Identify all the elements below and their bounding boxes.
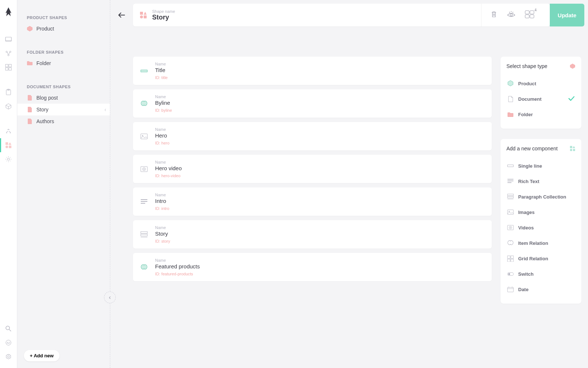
option-label: Grid Relation bbox=[518, 256, 548, 261]
chevron-left-icon: ‹ bbox=[104, 107, 106, 112]
svg-rect-63 bbox=[508, 256, 510, 258]
component-card[interactable]: Name Intro ID: intro bbox=[133, 187, 492, 216]
right-column: Select shape type Product Document Folde… bbox=[501, 57, 581, 368]
shape-type-option-product[interactable]: Product bbox=[506, 76, 576, 91]
icon-rail: AZ bbox=[0, 0, 17, 368]
add-component-option-videos[interactable]: Videos bbox=[506, 220, 576, 235]
document-icon bbox=[27, 95, 33, 101]
component-card[interactable]: Name Story ID: story bbox=[133, 220, 492, 249]
option-label: Date bbox=[518, 287, 528, 292]
back-button[interactable] bbox=[110, 0, 133, 30]
component-card[interactable]: Name Hero ID: hero bbox=[133, 122, 492, 150]
svg-rect-36 bbox=[141, 134, 147, 139]
title-card: Shape name Story 4 bbox=[133, 4, 550, 26]
sidebar-item-authors[interactable]: Authors bbox=[17, 115, 110, 127]
sidebar-item-label: Story bbox=[36, 107, 49, 112]
rail-catalog[interactable] bbox=[0, 32, 17, 46]
add-new-button[interactable]: + Add new bbox=[24, 350, 60, 361]
document-icon bbox=[27, 107, 33, 112]
add-component-option-rich-text[interactable]: Rich Text bbox=[506, 174, 576, 189]
sidebar-item-blog-post[interactable]: Blog post bbox=[17, 92, 110, 104]
component-name: Byline bbox=[155, 100, 172, 106]
component-card[interactable]: Name Byline ID: byline bbox=[133, 89, 492, 118]
rail-search[interactable] bbox=[0, 322, 17, 336]
svg-point-2 bbox=[6, 51, 7, 53]
shape-type-option-document[interactable]: Document bbox=[506, 91, 576, 107]
component-card[interactable]: Name Featured products ID: featured-prod… bbox=[133, 253, 492, 281]
collapse-sidebar-button[interactable]: ‹ bbox=[104, 292, 116, 303]
rail-graph[interactable] bbox=[0, 46, 17, 60]
paragraph-collection-icon bbox=[507, 193, 514, 200]
relation-icon bbox=[507, 240, 514, 246]
translations-count: 4 bbox=[534, 8, 537, 12]
images-icon bbox=[140, 132, 148, 141]
svg-point-59 bbox=[509, 211, 510, 212]
component-eyebrow: Name bbox=[155, 160, 182, 164]
add-component-option-relation[interactable]: Item Relation bbox=[506, 235, 576, 251]
single-line-icon bbox=[507, 162, 514, 169]
document-icon bbox=[507, 96, 514, 102]
component-name: Intro bbox=[155, 198, 169, 204]
svg-rect-45 bbox=[141, 234, 147, 236]
component-id: ID: hero bbox=[155, 141, 169, 145]
component-card[interactable]: Name Hero video ID: hero-video bbox=[133, 155, 492, 183]
update-button[interactable]: Update bbox=[550, 4, 584, 26]
sidebar-section-folder-shapes: FOLDER SHAPES bbox=[17, 46, 110, 57]
rail-webhook[interactable] bbox=[0, 124, 17, 138]
svg-rect-32 bbox=[530, 11, 534, 14]
sidebar-item-folder[interactable]: Folder bbox=[17, 57, 110, 69]
svg-rect-56 bbox=[508, 196, 513, 198]
add-component-option-paragraph-collection[interactable]: Paragraph Collection bbox=[506, 189, 576, 204]
grid-relation-icon bbox=[507, 255, 514, 262]
rich-text-icon bbox=[140, 197, 148, 206]
svg-point-14 bbox=[10, 132, 11, 133]
preview-button[interactable] bbox=[507, 11, 515, 19]
add-component-option-single-line[interactable]: Single line bbox=[506, 158, 576, 174]
option-label: Single line bbox=[518, 163, 542, 169]
rail-clipboard[interactable] bbox=[0, 85, 17, 99]
panel-title: Select shape type bbox=[506, 63, 547, 69]
add-component-option-date[interactable]: Date bbox=[506, 282, 576, 297]
images-icon bbox=[507, 209, 514, 215]
component-id: ID: title bbox=[155, 75, 168, 80]
sidebar-item-story[interactable]: Story ‹ bbox=[17, 104, 110, 115]
add-component-option-images[interactable]: Images bbox=[506, 204, 576, 220]
component-card[interactable]: Name Title ID: title bbox=[133, 57, 492, 85]
svg-point-3 bbox=[10, 51, 11, 53]
svg-rect-29 bbox=[144, 15, 147, 18]
components-list: Name Title ID: title Name Byline ID: byl… bbox=[133, 57, 492, 368]
option-label: Product bbox=[518, 81, 536, 86]
component-id: ID: featured-products bbox=[155, 272, 200, 276]
svg-rect-8 bbox=[9, 64, 11, 67]
component-name: Title bbox=[155, 67, 168, 73]
svg-rect-69 bbox=[508, 287, 513, 292]
date-icon bbox=[507, 286, 514, 293]
delete-button[interactable] bbox=[490, 11, 498, 19]
svg-rect-10 bbox=[9, 68, 11, 70]
sidebar-item-label: Folder bbox=[36, 60, 51, 66]
rail-grid[interactable] bbox=[0, 60, 17, 74]
rail-cog[interactable] bbox=[0, 350, 17, 364]
svg-rect-47 bbox=[570, 146, 572, 148]
single-line-icon bbox=[140, 67, 148, 75]
rail-language[interactable]: AZ bbox=[0, 336, 17, 350]
rail-settings[interactable] bbox=[0, 152, 17, 166]
rail-shapes[interactable] bbox=[0, 138, 17, 152]
component-eyebrow: Name bbox=[155, 62, 168, 66]
sidebar-item-product[interactable]: Product bbox=[17, 23, 110, 35]
option-label: Document bbox=[518, 96, 542, 102]
add-component-option-grid-relation[interactable]: Grid Relation bbox=[506, 251, 576, 266]
translations-button[interactable]: 4 bbox=[525, 10, 534, 20]
rail-box[interactable] bbox=[0, 99, 17, 113]
svg-rect-64 bbox=[511, 256, 513, 258]
videos-icon bbox=[140, 165, 148, 174]
component-eyebrow: Name bbox=[155, 127, 169, 132]
add-component-option-switch[interactable]: Switch bbox=[506, 266, 576, 282]
option-label: Paragraph Collection bbox=[518, 194, 566, 200]
shape-type-option-folder[interactable]: Folder bbox=[506, 107, 576, 122]
videos-icon bbox=[507, 224, 514, 231]
svg-rect-55 bbox=[508, 194, 513, 196]
svg-point-30 bbox=[510, 14, 512, 16]
svg-marker-17 bbox=[8, 142, 11, 145]
svg-rect-16 bbox=[6, 142, 8, 145]
